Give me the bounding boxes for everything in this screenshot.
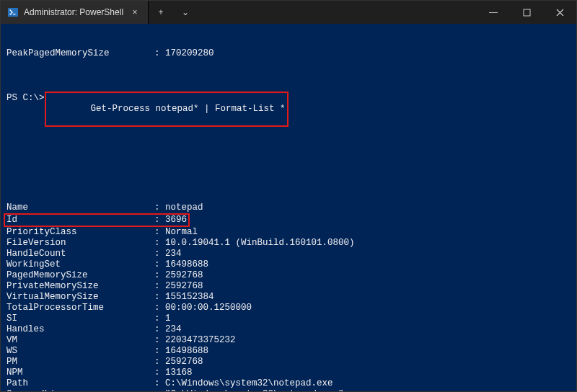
- colon: :: [154, 270, 165, 281]
- prop-key: CommandLine: [6, 389, 154, 391]
- colon: :: [154, 357, 165, 368]
- prop-value: 2592768: [165, 357, 571, 368]
- window: Administrator: PowerShell × + ⌄ — PeakPa…: [0, 0, 577, 392]
- tab-dropdown-button[interactable]: ⌄: [173, 1, 198, 24]
- colon: :: [154, 238, 165, 249]
- prop-key: PM: [6, 357, 154, 368]
- close-window-button[interactable]: [543, 1, 576, 24]
- output-row: Handles:234: [6, 324, 571, 335]
- output-row: NPM:13168: [6, 368, 571, 378]
- prop-key: FileVersion: [6, 238, 154, 249]
- prop-key: Handles: [6, 324, 154, 335]
- colon: :: [154, 281, 165, 292]
- prop-key: WS: [6, 346, 154, 357]
- prop-value: 1: [165, 313, 571, 324]
- colon: :: [154, 368, 165, 378]
- colon: :: [154, 389, 165, 391]
- prop-value: 2203473375232: [165, 335, 571, 346]
- prop-key: WorkingSet: [6, 259, 154, 270]
- output-row: Name:notepad: [6, 202, 571, 213]
- tab-close-button[interactable]: ×: [129, 6, 141, 18]
- command-text: Get-Process notepad* | Format-List *: [91, 104, 286, 114]
- colon: :: [154, 313, 165, 324]
- prop-value: 00:00:00.1250000: [165, 303, 571, 313]
- prop-key: VirtualMemorySize: [6, 292, 154, 303]
- blank-line: [6, 159, 571, 170]
- prop-value: C:\Windows\system32\notepad.exe: [165, 378, 571, 389]
- colon: :: [154, 335, 165, 346]
- prop-value: 10.0.19041.1 (WinBuild.160101.0800): [165, 238, 571, 249]
- svg-rect-1: [524, 9, 530, 16]
- output-row: VirtualMemorySize:155152384: [6, 292, 571, 303]
- prop-key: HandleCount: [6, 249, 154, 259]
- prop-key: PagedMemorySize: [6, 270, 154, 281]
- tab-powershell[interactable]: Administrator: PowerShell ×: [1, 1, 149, 24]
- tab-title: Administrator: PowerShell: [24, 7, 123, 17]
- prop-key: PeakPagedMemorySize: [6, 48, 154, 59]
- prop-key: PrivateMemorySize: [6, 281, 154, 292]
- output-row: CommandLine:"C:\Windows\system32\notepad…: [6, 389, 571, 391]
- prop-value: 16498688: [165, 346, 571, 357]
- colon: :: [154, 346, 165, 357]
- output-row: HandleCount:234: [6, 249, 571, 259]
- prop-value: "C:\Windows\system32\notepad.exe": [165, 389, 571, 391]
- output-row: TotalProcessorTime:00:00:00.1250000: [6, 303, 571, 313]
- prop-key: Name: [6, 202, 154, 213]
- output-row: Path:C:\Windows\system32\notepad.exe: [6, 378, 571, 389]
- command-highlight: Get-Process notepad* | Format-List *: [45, 92, 288, 127]
- output-row: PM:2592768: [6, 357, 571, 368]
- prop-value: notepad: [165, 202, 571, 213]
- output-row: PagedMemorySize:2592768: [6, 270, 571, 281]
- prop-key: PriorityClass: [6, 227, 154, 238]
- prop-value: 2592768: [165, 281, 571, 292]
- colon: :: [154, 303, 165, 313]
- prop-value: 170209280: [165, 48, 571, 59]
- prop-value: 234: [165, 249, 571, 259]
- colon: :: [154, 292, 165, 303]
- minimize-button[interactable]: —: [477, 1, 510, 24]
- prop-key: NPM: [6, 368, 154, 378]
- output-row: VM:2203473375232: [6, 335, 571, 346]
- colon: :: [154, 378, 165, 389]
- prompt-line: PS C:\> Get-Process notepad* | Format-Li…: [6, 92, 571, 127]
- prop-key: TotalProcessorTime: [6, 303, 154, 313]
- window-controls: —: [477, 1, 576, 24]
- colon: :: [154, 249, 165, 259]
- colon: :: [154, 215, 165, 226]
- prop-value: 2592768: [165, 270, 571, 281]
- titlebar: Administrator: PowerShell × + ⌄ —: [1, 1, 576, 24]
- output-row: WorkingSet:16498688: [6, 259, 571, 270]
- prop-key: VM: [6, 335, 154, 346]
- output-row: Id:3696: [6, 213, 571, 227]
- prop-key: SI: [6, 313, 154, 324]
- svg-rect-0: [8, 8, 18, 17]
- prop-value: 16498688: [165, 259, 571, 270]
- output-row: PriorityClass:Normal: [6, 227, 571, 238]
- id-highlight: Id:3696: [4, 213, 190, 227]
- prop-key: Id: [6, 215, 154, 226]
- prop-value: Normal: [165, 227, 571, 238]
- output-row: PrivateMemorySize:2592768: [6, 281, 571, 292]
- output-row: SI:1: [6, 313, 571, 324]
- terminal-pane[interactable]: PeakPagedMemorySize : 170209280 PS C:\> …: [1, 24, 576, 391]
- colon: :: [154, 202, 165, 213]
- prop-value: 3696: [165, 215, 187, 226]
- prop-key: Path: [6, 378, 154, 389]
- prop-value: 234: [165, 324, 571, 335]
- colon: :: [154, 259, 165, 270]
- new-tab-button[interactable]: +: [149, 1, 173, 24]
- maximize-button[interactable]: [510, 1, 543, 24]
- prop-value: 155152384: [165, 292, 571, 303]
- colon: :: [154, 324, 165, 335]
- prop-value: 13168: [165, 368, 571, 378]
- colon: :: [154, 227, 165, 238]
- powershell-icon: [8, 7, 18, 17]
- colon: :: [154, 48, 165, 59]
- output-row: PeakPagedMemorySize : 170209280: [6, 48, 571, 59]
- output-row: FileVersion:10.0.19041.1 (WinBuild.16010…: [6, 238, 571, 249]
- output-row: WS:16498688: [6, 346, 571, 357]
- prompt-prefix: PS C:\>: [6, 93, 45, 104]
